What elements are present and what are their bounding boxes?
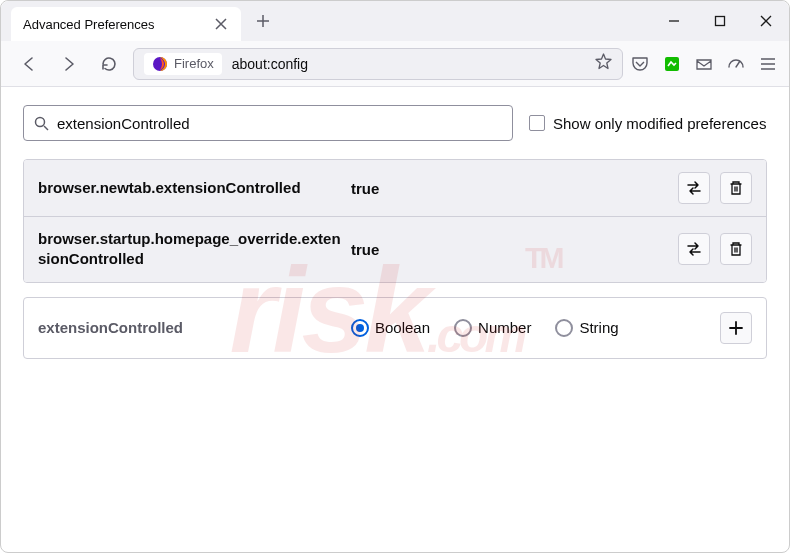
- show-modified-label: Show only modified preferences: [553, 115, 766, 132]
- preference-name: browser.newtab.extensionControlled: [38, 178, 343, 198]
- preference-value: true: [351, 180, 670, 197]
- svg-rect-0: [716, 17, 725, 26]
- inbox-icon[interactable]: [695, 55, 713, 73]
- delete-button[interactable]: [720, 172, 752, 204]
- close-window-button[interactable]: [743, 1, 789, 41]
- new-preference-row: extensionControlled Boolean Number Strin…: [23, 297, 767, 359]
- svg-point-3: [36, 117, 45, 126]
- minimize-button[interactable]: [651, 1, 697, 41]
- add-preference-button[interactable]: [720, 312, 752, 344]
- toggle-button[interactable]: [678, 233, 710, 265]
- search-icon: [34, 116, 49, 131]
- identity-label: Firefox: [174, 56, 214, 71]
- reload-button[interactable]: [93, 48, 125, 80]
- identity-box[interactable]: Firefox: [144, 53, 222, 75]
- new-tab-button[interactable]: [249, 7, 277, 35]
- back-button[interactable]: [13, 48, 45, 80]
- navigation-toolbar: Firefox about:config: [1, 41, 789, 87]
- url-text: about:config: [232, 56, 585, 72]
- preference-name: browser.startup.homepage_override.extens…: [38, 229, 343, 270]
- radio-label: String: [579, 319, 618, 336]
- extension-icon[interactable]: [663, 55, 681, 73]
- preference-row[interactable]: browser.newtab.extensionControlled true: [24, 160, 766, 217]
- type-string-radio[interactable]: String: [555, 319, 618, 337]
- radio-label: Boolean: [375, 319, 430, 336]
- checkbox-icon[interactable]: [529, 115, 545, 131]
- hamburger-menu-icon[interactable]: [759, 55, 777, 73]
- toggle-button[interactable]: [678, 172, 710, 204]
- about-config-content: Show only modified preferences browser.n…: [1, 87, 789, 377]
- close-tab-icon[interactable]: [213, 16, 229, 32]
- delete-button[interactable]: [720, 233, 752, 265]
- dashboard-icon[interactable]: [727, 55, 745, 73]
- bookmark-star-icon[interactable]: [595, 53, 612, 74]
- firefox-logo-icon: [152, 56, 168, 72]
- pocket-icon[interactable]: [631, 55, 649, 73]
- radio-icon[interactable]: [555, 319, 573, 337]
- type-radio-group: Boolean Number String: [351, 319, 712, 337]
- search-box[interactable]: [23, 105, 513, 141]
- forward-button[interactable]: [53, 48, 85, 80]
- radio-icon[interactable]: [351, 319, 369, 337]
- radio-icon[interactable]: [454, 319, 472, 337]
- browser-tab[interactable]: Advanced Preferences: [11, 7, 241, 41]
- radio-label: Number: [478, 319, 531, 336]
- show-modified-checkbox[interactable]: Show only modified preferences: [529, 115, 766, 132]
- maximize-button[interactable]: [697, 1, 743, 41]
- new-preference-name: extensionControlled: [38, 319, 343, 336]
- preference-value: true: [351, 241, 670, 258]
- type-number-radio[interactable]: Number: [454, 319, 531, 337]
- tab-title: Advanced Preferences: [23, 17, 205, 32]
- preference-list: browser.newtab.extensionControlled true …: [23, 159, 767, 283]
- search-input[interactable]: [57, 115, 502, 132]
- titlebar: Advanced Preferences: [1, 1, 789, 41]
- preference-row[interactable]: browser.startup.homepage_override.extens…: [24, 217, 766, 282]
- type-boolean-radio[interactable]: Boolean: [351, 319, 430, 337]
- address-bar[interactable]: Firefox about:config: [133, 48, 623, 80]
